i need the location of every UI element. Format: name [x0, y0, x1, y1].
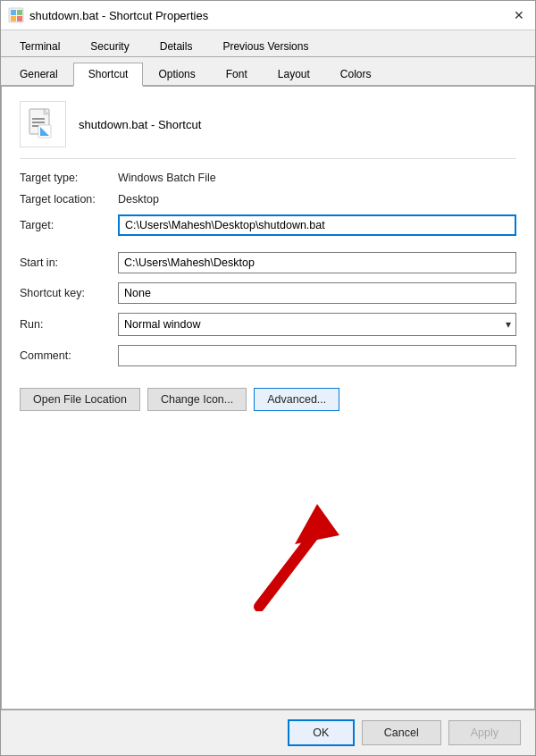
shortcut-key-row: Shortcut key:: [20, 282, 516, 304]
close-button[interactable]: ✕: [510, 6, 528, 24]
tab-security[interactable]: Security: [75, 35, 144, 57]
target-type-label: Target type:: [20, 172, 118, 184]
comment-input[interactable]: [118, 345, 516, 366]
tab-general[interactable]: General: [4, 63, 73, 87]
target-type-value: Windows Batch File: [118, 172, 216, 184]
start-in-label: Start in:: [20, 256, 118, 269]
target-label: Target:: [20, 219, 118, 231]
action-buttons: Open File Location Change Icon... Advanc…: [20, 388, 516, 411]
svg-rect-2: [17, 10, 22, 15]
advanced-button[interactable]: Advanced...: [254, 388, 339, 411]
shortcut-key-label: Shortcut key:: [20, 287, 118, 299]
target-input[interactable]: [118, 214, 516, 236]
ok-button[interactable]: OK: [288, 719, 355, 746]
svg-marker-13: [295, 504, 339, 544]
change-icon-button[interactable]: Change Icon...: [147, 388, 247, 411]
target-location-label: Target location:: [20, 193, 118, 206]
properties-window: shutdown.bat - Shortcut Properties ✕ Ter…: [0, 0, 536, 756]
tab-previous-versions[interactable]: Previous Versions: [207, 35, 323, 57]
comment-label: Comment:: [20, 349, 118, 362]
target-row: Target:: [20, 214, 516, 236]
tab-font[interactable]: Font: [211, 63, 263, 87]
window-icon: [8, 7, 24, 23]
run-label: Run:: [20, 318, 118, 331]
bottom-tab-bar: General Shortcut Options Font Layout Col…: [1, 57, 535, 87]
tab-content: shutdown.bat - Shortcut Target type: Win…: [1, 87, 535, 710]
arrow-area: [20, 411, 516, 694]
svg-rect-7: [32, 118, 45, 120]
cancel-button[interactable]: Cancel: [362, 720, 441, 745]
shortcut-file-icon: [20, 101, 66, 147]
target-type-row: Target type: Windows Batch File: [20, 172, 516, 184]
target-location-row: Target location: Desktop: [20, 193, 516, 206]
top-tab-bar: Terminal Security Details Previous Versi…: [1, 30, 535, 57]
open-file-location-button[interactable]: Open File Location: [20, 388, 140, 411]
shortcut-header: shutdown.bat - Shortcut: [20, 101, 516, 159]
tab-colors[interactable]: Colors: [325, 63, 387, 87]
tab-shortcut[interactable]: Shortcut: [73, 63, 144, 87]
file-icon-svg: [26, 107, 60, 141]
shortcut-key-input[interactable]: [118, 282, 516, 304]
bottom-bar: OK Cancel Apply: [1, 710, 535, 755]
comment-row: Comment:: [20, 345, 516, 366]
title-bar: shutdown.bat - Shortcut Properties ✕: [1, 1, 535, 30]
tab-options[interactable]: Options: [143, 63, 210, 87]
svg-line-12: [259, 531, 317, 607]
start-in-row: Start in:: [20, 252, 516, 273]
window-title: shutdown.bat - Shortcut Properties: [29, 9, 208, 22]
svg-rect-1: [11, 10, 16, 15]
svg-rect-3: [11, 16, 16, 21]
svg-rect-8: [32, 122, 45, 123]
svg-rect-4: [17, 16, 22, 21]
run-select-wrapper: Normal window: [118, 313, 516, 336]
start-in-input[interactable]: [118, 252, 516, 273]
run-row: Run: Normal window: [20, 313, 516, 336]
tab-layout[interactable]: Layout: [263, 63, 325, 87]
tab-details[interactable]: Details: [145, 35, 208, 57]
apply-button[interactable]: Apply: [448, 720, 521, 745]
target-location-value: Desktop: [118, 193, 159, 206]
red-arrow-svg: [170, 495, 366, 611]
tab-terminal[interactable]: Terminal: [4, 35, 75, 57]
shortcut-title: shutdown.bat - Shortcut: [79, 118, 201, 131]
title-bar-left: shutdown.bat - Shortcut Properties: [8, 7, 208, 23]
run-select[interactable]: Normal window: [118, 313, 516, 336]
